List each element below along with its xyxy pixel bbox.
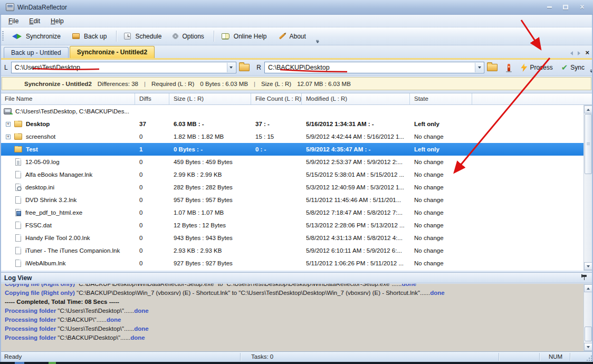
toolbar-button-backup[interactable]: Back up [68, 31, 113, 42]
pathbar-overflow-button[interactable] [590, 63, 593, 73]
cell-size: 6.03 MB : - [169, 121, 251, 127]
summary-title: Synchronize - Untitled2 [24, 81, 92, 87]
expand-plus-icon[interactable] [6, 122, 11, 127]
marker-pen-icon [508, 64, 510, 71]
app-window: WinDataReflector × FileEditHelp Synchron… [0, 0, 593, 364]
toolbar-button-options[interactable]: Options [168, 31, 211, 42]
cell-file-name: free_pdf_to_html.exe [1, 209, 135, 216]
log-line: Processing folder "C:\BACKUP\"......done [5, 315, 584, 324]
scroll-down-button[interactable] [584, 262, 592, 270]
cell-file-name: Handy File Tool 2.00.lnk [1, 234, 135, 242]
cell-modified: 5/3/2012 12:40:59 AM : 5/3/2012 1... [302, 184, 410, 190]
cell-file-name: iTuner - The iTunes Companion.lnk [1, 247, 135, 254]
menu-edit[interactable]: Edit [24, 16, 45, 26]
column-header-filler [472, 93, 593, 104]
log-text: ----- Completed, Total Time: 08 Secs ---… [5, 299, 119, 305]
folder-icon [14, 146, 22, 152]
root-path-label: C:\Users\Test\Desktop, C:\BACKUP\Des... [15, 108, 129, 114]
gear-icon [173, 34, 178, 39]
resize-grip[interactable] [586, 355, 592, 361]
log-line: Copying file (Right only) "C:\BACKUP\Des… [5, 284, 584, 289]
expand-plus-icon[interactable] [6, 135, 11, 139]
column-header-modified-l-r-[interactable]: Modified (L : R) [302, 93, 410, 104]
status-num: NUM [542, 352, 569, 362]
scroll-up-button[interactable] [584, 284, 592, 292]
column-header-file-name[interactable]: File Name [1, 93, 135, 104]
table-row[interactable]: FSSC.dat012 Bytes : 12 Bytes5/13/2012 2:… [1, 219, 584, 232]
table-row[interactable]: DVD Shrink 3.2.lnk0957 Bytes : 957 Bytes… [1, 194, 584, 206]
chevron-down-icon [478, 66, 481, 69]
menu-help[interactable]: Help [45, 16, 69, 26]
log-scrollbar[interactable] [584, 284, 593, 351]
marker-pen-button[interactable] [502, 61, 516, 74]
table-row[interactable]: Handy File Tool 2.00.lnk0943 Bytes : 943… [1, 232, 584, 244]
toolbar-label: About [290, 33, 306, 40]
file-name-label: Desktop [26, 121, 50, 127]
tab-strip: Back up - UntitledSynchronize - Untitled… [0, 45, 593, 58]
column-header-file-count-l-r-[interactable]: File Count (L : R) [251, 93, 302, 104]
cell-state: No change [410, 222, 472, 228]
table-row[interactable]: iWebAlbum.lnk0927 Bytes : 927 Bytes5/11/… [1, 257, 584, 270]
right-path-dropdown-button[interactable] [475, 63, 483, 72]
log-line: Processing folder "C:\Users\Test\Desktop… [5, 324, 584, 333]
log-text: "C:\BACKUP\Desktop\"...... [58, 334, 130, 341]
table-scrollbar-thumb[interactable] [585, 114, 592, 174]
scroll-down-button[interactable] [584, 343, 592, 351]
column-header-state[interactable]: State [410, 93, 472, 104]
maximize-button[interactable] [559, 3, 572, 11]
tab-scroll-left-button[interactable] [570, 48, 573, 58]
pin-icon[interactable] [581, 274, 588, 282]
right-path-combobox[interactable]: C:\BACKUP\Desktop [264, 62, 484, 73]
file-name-label: Alfa eBooks Manager.lnk [25, 171, 92, 178]
table-row[interactable]: Desktop376.03 MB : -37 : -5/16/2012 1:34… [1, 118, 584, 130]
cell-diffs: 37 [135, 121, 169, 127]
table-row[interactable]: desktop.ini0282 Bytes : 282 Bytes5/3/201… [1, 181, 584, 194]
tab-close-button[interactable]: × [585, 49, 589, 56]
status-separator [499, 353, 499, 361]
minimize-button[interactable] [542, 3, 556, 11]
table-row[interactable]: free_pdf_to_html.exe01.07 MB : 1.07 MB5/… [1, 206, 584, 219]
cell-size: 927 Bytes : 927 Bytes [169, 260, 251, 266]
table-row[interactable]: Test10 Bytes : -0 : -5/9/2012 4:35:47 AM… [1, 143, 584, 156]
table-scrollbar[interactable] [584, 105, 593, 271]
tab-back-up-untitled[interactable]: Back up - Untitled [4, 47, 69, 58]
toolbar-button-schedule[interactable]: Schedule [119, 31, 168, 42]
left-browse-folder-button[interactable] [237, 61, 252, 74]
toolbar-overflow-button[interactable] [316, 33, 319, 43]
toolbar-grip[interactable] [2, 31, 4, 42]
toolbar-button-about[interactable]: About [274, 31, 313, 42]
right-browse-folder-button[interactable] [485, 61, 500, 74]
sync-button[interactable]: ✔ Sync [557, 61, 589, 74]
cell-diffs: 1 [135, 146, 169, 152]
process-button[interactable]: Process [517, 61, 557, 74]
log-scrollbar-thumb[interactable] [585, 327, 592, 341]
close-button[interactable]: × [575, 3, 589, 11]
cell-modified: 5/16/2012 1:34:31 AM : - [302, 121, 410, 127]
toolbar-button-online-help[interactable]: Online Help [217, 31, 274, 42]
table-row[interactable]: Alfa eBooks Manager.lnk02.99 KB : 2.99 K… [1, 168, 584, 181]
table-row[interactable]: iTuner - The iTunes Companion.lnk02.93 K… [1, 244, 584, 257]
triangle-down-icon [587, 265, 590, 267]
scroll-up-button[interactable] [584, 106, 592, 113]
table-row[interactable]: 12-05-09.log0459 Bytes : 459 Bytes5/9/20… [1, 156, 584, 168]
sync-label: Sync [570, 64, 585, 71]
table-row[interactable]: screenshot01.82 MB : 1.82 MB15 : 155/9/2… [1, 130, 584, 143]
log-line: Processing folder "C:\BACKUP\Desktop\"..… [5, 333, 584, 342]
log-view-title: Log View [4, 274, 32, 282]
tab-synchronize-untitled2[interactable]: Synchronize - Untitled2 [70, 46, 155, 58]
column-header-size-l-r-[interactable]: Size (L : R) [169, 93, 251, 104]
left-path-combobox[interactable]: C:\Users\Test\Desktop [11, 62, 236, 73]
left-path-dropdown-button[interactable] [227, 63, 235, 72]
log-line: ----- Completed, Total Time: 08 Secs ---… [5, 298, 584, 306]
pin-needle [584, 277, 585, 280]
toolbar-button-synchronize[interactable]: Synchronize [7, 31, 68, 42]
sync-arrows-icon [12, 34, 22, 39]
status-bar: Ready Tasks: 0 NUM [0, 351, 593, 362]
menu-file[interactable]: File [3, 16, 24, 26]
tab-scroll-right-button[interactable] [578, 48, 580, 58]
cell-state: No change [410, 209, 472, 216]
cell-diffs: 0 [135, 171, 169, 178]
table-row-root[interactable]: C:\Users\Test\Desktop, C:\BACKUP\Des... [1, 105, 584, 118]
column-header-diffs[interactable]: Diffs [135, 93, 169, 104]
cell-modified: 5/9/2012 4:42:44 AM : 5/16/2012 1... [302, 133, 410, 140]
